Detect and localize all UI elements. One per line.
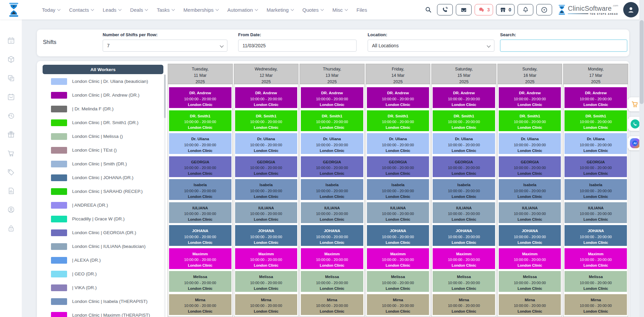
nav-item-memberships[interactable]: Memberships — [183, 7, 218, 13]
clinicsoftware-hourglass-logo[interactable] — [7, 2, 20, 17]
nav-item-leads[interactable]: Leads — [103, 7, 121, 13]
shift-card[interactable]: IULIANA 10:00:00 - 20:00:00 London Clini… — [499, 202, 561, 223]
shift-card[interactable]: Maximm 10:00:00 - 20:00:00 London Clinic — [499, 248, 561, 269]
shift-card[interactable]: Maximm 10:00:00 - 20:00:00 London Clinic — [367, 248, 429, 269]
shift-card[interactable]: IULIANA 10:00:00 - 20:00:00 London Clini… — [235, 202, 298, 223]
shift-card[interactable]: GEORGIA 10:00:00 - 20:00:00 London Clini… — [367, 156, 429, 177]
gift-rail-button[interactable] — [7, 131, 15, 140]
shift-card[interactable]: DR. Andrew 10:00:00 - 20:00:00 London Cl… — [433, 87, 495, 108]
shift-card[interactable]: Isabela 10:00:00 - 20:00:00 London Clini… — [565, 179, 627, 200]
shift-card[interactable]: IULIANA 10:00:00 - 20:00:00 London Clini… — [301, 202, 363, 223]
inbox-button[interactable] — [456, 4, 472, 15]
shift-card[interactable]: DR. Smith1 10:00:00 - 20:00:00 London Cl… — [367, 110, 429, 131]
nav-item-marketing[interactable]: Marketing — [267, 7, 293, 13]
shift-card[interactable]: Isabela 10:00:00 - 20:00:00 London Clini… — [301, 179, 363, 200]
shift-card[interactable]: Maximm 10:00:00 - 20:00:00 London Clinic — [301, 248, 363, 269]
shift-card[interactable]: Mirna 10:00:00 - 20:00:00 London Clinic — [433, 294, 495, 315]
worker-row[interactable]: London Clinic | DR. Andrew (DR.) — [43, 88, 163, 102]
shift-card[interactable]: DR. Andrew 10:00:00 - 20:00:00 London Cl… — [235, 87, 298, 108]
shift-card[interactable]: Isabela 10:00:00 - 20:00:00 London Clini… — [499, 179, 561, 200]
shift-card[interactable]: Melissa 10:00:00 - 20:00:00 London Clini… — [235, 271, 298, 292]
worker-row[interactable]: | VIKA (DR.) — [43, 281, 163, 295]
shift-card[interactable]: JOHANA 10:00:00 - 20:00:00 London Clinic — [499, 225, 561, 246]
shift-card[interactable]: Isabela 10:00:00 - 20:00:00 London Clini… — [433, 179, 495, 200]
shift-card[interactable]: IULIANA 10:00:00 - 20:00:00 London Clini… — [433, 202, 495, 223]
shift-card[interactable]: IULIANA 10:00:00 - 20:00:00 London Clini… — [169, 202, 231, 223]
shift-card[interactable]: DR. Andrew 10:00:00 - 20:00:00 London Cl… — [301, 87, 363, 108]
nav-item-tasks[interactable]: Tasks — [157, 7, 174, 13]
user-avatar[interactable] — [623, 2, 639, 17]
shift-card[interactable]: DR. Smith1 10:00:00 - 20:00:00 London Cl… — [433, 110, 495, 131]
lock-rail-button[interactable] — [7, 225, 15, 233]
shift-card[interactable]: Mirna 10:00:00 - 20:00:00 London Clinic — [499, 294, 561, 315]
nav-item-contacts[interactable]: Contacts — [69, 7, 94, 13]
shift-card[interactable]: DR. Smith1 10:00:00 - 20:00:00 London Cl… — [565, 110, 627, 131]
shift-card[interactable]: Dr. Uliana 10:00:00 - 20:00:00 London Cl… — [499, 133, 561, 154]
worker-row[interactable]: London Clinic | Maximm (THERAPIST) — [43, 308, 163, 317]
shift-card[interactable]: Mirna 10:00:00 - 20:00:00 London Clinic — [235, 294, 298, 315]
shift-card[interactable]: Dr. Uliana 10:00:00 - 20:00:00 London Cl… — [565, 133, 627, 154]
shift-card[interactable]: Isabela 10:00:00 - 20:00:00 London Clini… — [235, 179, 298, 200]
workers-scrollbar[interactable] — [164, 74, 166, 317]
from-date-input[interactable] — [238, 40, 357, 52]
shift-card[interactable]: GEORGIA 10:00:00 - 20:00:00 London Clini… — [235, 156, 298, 177]
shift-card[interactable]: DR. Andrew 10:00:00 - 20:00:00 London Cl… — [565, 87, 627, 108]
shift-card[interactable]: GEORGIA 10:00:00 - 20:00:00 London Clini… — [565, 156, 627, 177]
worker-row[interactable]: | GEO (DR.) — [43, 267, 163, 281]
worker-row[interactable]: London Clinic | TEst () — [43, 143, 163, 157]
worker-row[interactable]: | Dr. Melinda F (DR.) — [43, 102, 163, 116]
worker-row[interactable]: London Clinic | SARAHD (RECEP.) — [43, 184, 163, 198]
nav-item-automation[interactable]: Automation — [227, 7, 258, 13]
shift-card[interactable]: DR. Smith1 10:00:00 - 20:00:00 London Cl… — [499, 110, 561, 131]
shift-card[interactable]: DR. Smith1 10:00:00 - 20:00:00 London Cl… — [301, 110, 363, 131]
report-rail-button[interactable] — [7, 187, 15, 196]
notifications-button[interactable] — [518, 4, 533, 15]
shift-card[interactable]: JOHANA 10:00:00 - 20:00:00 London Clinic — [169, 225, 231, 246]
shift-card[interactable]: Dr. Uliana 10:00:00 - 20:00:00 London Cl… — [301, 133, 363, 154]
history-rail-button[interactable] — [7, 112, 15, 121]
worker-row[interactable]: | ANDREEA (DR.) — [43, 198, 163, 212]
location-select[interactable]: All Locations — [368, 40, 494, 52]
shift-card[interactable]: Dr. Uliana 10:00:00 - 20:00:00 London Cl… — [367, 133, 429, 154]
shift-card[interactable]: Maximm 10:00:00 - 20:00:00 London Clinic — [565, 248, 627, 269]
worker-row[interactable]: London Clinic | JOHANA (DR.) — [43, 171, 163, 184]
tags-rail-button[interactable] — [7, 168, 15, 177]
shift-card[interactable]: DR. Andrew 10:00:00 - 20:00:00 London Cl… — [499, 87, 561, 108]
shift-card[interactable]: Dr. Uliana 10:00:00 - 20:00:00 London Cl… — [433, 133, 495, 154]
shift-card[interactable]: DR. Smith1 10:00:00 - 20:00:00 London Cl… — [235, 110, 298, 131]
shift-card[interactable]: JOHANA 10:00:00 - 20:00:00 London Clinic — [367, 225, 429, 246]
shift-card[interactable]: Melissa 10:00:00 - 20:00:00 London Clini… — [367, 271, 429, 292]
shift-card[interactable]: Mirna 10:00:00 - 20:00:00 London Clinic — [169, 294, 231, 315]
phone-button[interactable] — [437, 4, 453, 15]
nav-item-deals[interactable]: Deals — [130, 7, 148, 13]
worker-row[interactable]: London Clinic | DR. Smith1 (DR.) — [43, 116, 163, 129]
nav-item-files[interactable]: Files — [357, 7, 367, 13]
shift-card[interactable]: JOHANA 10:00:00 - 20:00:00 London Clinic — [565, 225, 627, 246]
worker-row[interactable]: London Clinic | Smith (DR.) — [43, 157, 163, 171]
worker-row[interactable]: London Clinic | Melissa () — [43, 129, 163, 143]
page-scrollbar-thumb[interactable] — [640, 20, 644, 104]
shifts-per-row-select[interactable]: 7 — [103, 40, 227, 52]
shift-card[interactable]: GEORGIA 10:00:00 - 20:00:00 London Clini… — [301, 156, 363, 177]
worker-row[interactable]: | ALEXA (DR.) — [43, 253, 163, 267]
shift-card[interactable]: Maximm 10:00:00 - 20:00:00 London Clinic — [235, 248, 298, 269]
shift-card[interactable]: DR. Andrew 10:00:00 - 20:00:00 London Cl… — [169, 87, 231, 108]
shift-card[interactable]: GEORGIA 10:00:00 - 20:00:00 London Clini… — [499, 156, 561, 177]
shift-card[interactable]: DR. Andrew 10:00:00 - 20:00:00 London Cl… — [367, 87, 429, 108]
shift-card[interactable]: Melissa 10:00:00 - 20:00:00 London Clini… — [499, 271, 561, 292]
shift-card[interactable]: DR. Smith1 10:00:00 - 20:00:00 London Cl… — [169, 110, 231, 131]
help-button[interactable]: ? — [536, 4, 552, 15]
shift-card[interactable]: GEORGIA 10:00:00 - 20:00:00 London Clini… — [169, 156, 231, 177]
chat-button[interactable]: 3 — [475, 4, 493, 15]
worker-row[interactable]: London Clinic | Dr. Uliana (beautician) — [43, 74, 163, 88]
shift-card[interactable]: Mirna 10:00:00 - 20:00:00 London Clinic — [301, 294, 363, 315]
shift-card[interactable]: Melissa 10:00:00 - 20:00:00 London Clini… — [169, 271, 231, 292]
shift-card[interactable]: Melissa 10:00:00 - 20:00:00 London Clini… — [565, 271, 627, 292]
shift-card[interactable]: Maximm 10:00:00 - 20:00:00 London Clinic — [169, 248, 231, 269]
shift-card[interactable]: Melissa 10:00:00 - 20:00:00 London Clini… — [433, 271, 495, 292]
account-rail-button[interactable] — [7, 206, 15, 215]
page-scrollbar[interactable] — [639, 0, 644, 317]
cart-rail-button[interactable] — [7, 150, 15, 158]
worker-row[interactable]: London Clinic | IULIANA (beautician) — [43, 240, 163, 253]
shift-card[interactable]: GEORGIA 10:00:00 - 20:00:00 London Clini… — [433, 156, 495, 177]
